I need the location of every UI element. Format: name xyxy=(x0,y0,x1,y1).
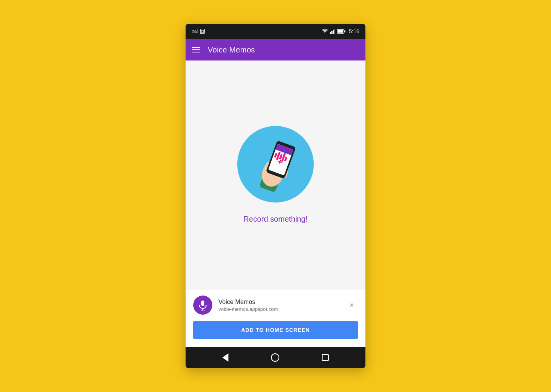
svg-rect-3 xyxy=(330,32,331,34)
app-bar: Voice Memos xyxy=(186,39,365,60)
record-prompt: Record something! xyxy=(243,215,308,224)
home-icon xyxy=(271,353,279,362)
nav-bar xyxy=(186,347,365,368)
svg-rect-2 xyxy=(201,30,204,33)
microphone-icon xyxy=(197,300,208,310)
svg-rect-4 xyxy=(331,31,333,34)
main-content: Record something! xyxy=(186,60,365,289)
signal-icon xyxy=(330,29,335,34)
app-info: Voice Memos voice-memos.appspot.com xyxy=(218,299,339,312)
svg-rect-24 xyxy=(201,301,204,306)
bottom-sheet-header: Voice Memos voice-memos.appspot.com × xyxy=(193,296,358,315)
app-icon xyxy=(193,296,212,315)
status-bar: 5:16 xyxy=(186,24,365,39)
svg-rect-6 xyxy=(334,29,335,34)
svg-rect-5 xyxy=(333,30,334,34)
svg-rect-9 xyxy=(337,30,343,33)
phone-hand-illustration xyxy=(243,130,308,199)
add-to-home-screen-button[interactable]: ADD TO HOME SCREEN xyxy=(193,321,358,339)
close-button[interactable]: × xyxy=(346,299,358,311)
status-icons: 5:16 xyxy=(322,28,359,34)
bottom-sheet-app-url: voice-memos.appspot.com xyxy=(218,306,339,312)
hamburger-menu-icon[interactable] xyxy=(192,47,200,52)
wifi-icon xyxy=(322,29,328,34)
sim-icon xyxy=(200,29,205,34)
svg-rect-8 xyxy=(344,31,345,33)
status-time: 5:16 xyxy=(349,28,359,34)
bottom-sheet-app-name: Voice Memos xyxy=(218,299,339,305)
battery-icon xyxy=(337,29,346,34)
recents-icon xyxy=(322,354,329,361)
home-button[interactable] xyxy=(271,353,279,362)
image-icon xyxy=(192,29,198,34)
phone-frame: 5:16 Voice Memos xyxy=(186,24,365,368)
app-title: Voice Memos xyxy=(208,46,255,54)
back-icon xyxy=(222,353,228,362)
bottom-sheet: Voice Memos voice-memos.appspot.com × AD… xyxy=(186,289,365,347)
back-button[interactable] xyxy=(222,353,228,362)
status-left-icons xyxy=(192,29,320,34)
illustration-circle xyxy=(237,126,314,203)
recents-button[interactable] xyxy=(322,354,329,361)
